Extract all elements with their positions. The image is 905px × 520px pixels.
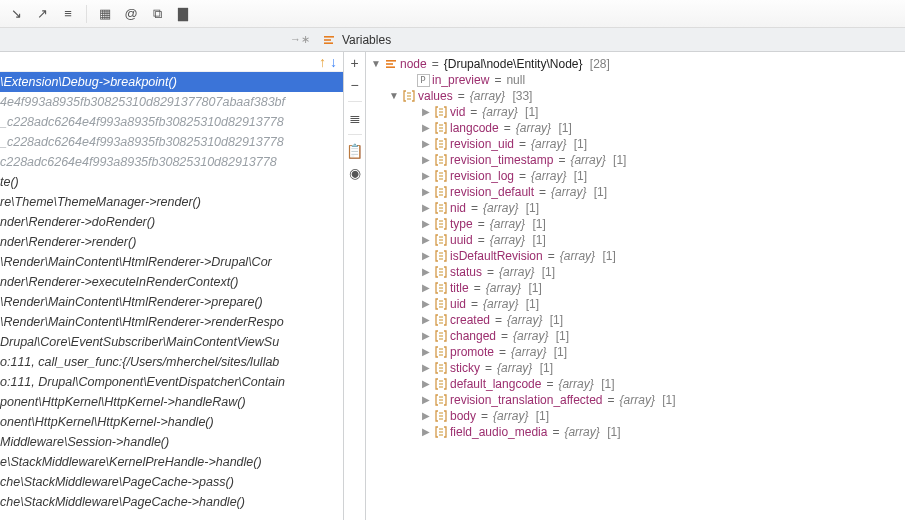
stack-frame[interactable]: nder\Renderer->executeInRenderContext() bbox=[0, 272, 343, 292]
chevron-right-icon[interactable] bbox=[420, 184, 432, 200]
chevron-right-icon[interactable] bbox=[420, 168, 432, 184]
tree-node[interactable]: status={array} [1] bbox=[366, 264, 905, 280]
grid-icon[interactable]: ▦ bbox=[95, 4, 115, 24]
tree-node[interactable]: revision_default={array} [1] bbox=[366, 184, 905, 200]
tree-node[interactable]: changed={array} [1] bbox=[366, 328, 905, 344]
variables-tab-label[interactable]: Variables bbox=[342, 33, 391, 47]
stack-frame[interactable]: \Render\MainContent\HtmlRenderer->Drupal… bbox=[0, 252, 343, 272]
var-name: sticky bbox=[450, 360, 480, 376]
tree-node[interactable]: P in_preview = null bbox=[366, 72, 905, 88]
tree-node[interactable]: title={array} [1] bbox=[366, 280, 905, 296]
array-icon bbox=[434, 361, 448, 375]
chevron-right-icon[interactable] bbox=[420, 216, 432, 232]
chevron-right-icon[interactable] bbox=[420, 264, 432, 280]
array-icon bbox=[434, 281, 448, 295]
tree-node-values[interactable]: values = {array} [33] bbox=[366, 88, 905, 104]
breakpoints-icon[interactable]: ▇ bbox=[173, 4, 193, 24]
tree-node[interactable]: field_audio_media={array} [1] bbox=[366, 424, 905, 440]
stack-frame[interactable]: 4e4f993a8935fb30825310d8291377807abaaf38… bbox=[0, 92, 343, 112]
tree-node[interactable]: body={array} [1] bbox=[366, 408, 905, 424]
array-icon bbox=[434, 393, 448, 407]
variables-tree: node = {Drupal\node\Entity\Node} [28] P … bbox=[366, 56, 905, 440]
equals: = bbox=[495, 312, 502, 328]
chevron-right-icon[interactable] bbox=[420, 408, 432, 424]
array-icon bbox=[434, 345, 448, 359]
tree-node[interactable]: promote={array} [1] bbox=[366, 344, 905, 360]
chevron-right-icon[interactable] bbox=[420, 296, 432, 312]
var-name: revision_translation_affected bbox=[450, 392, 603, 408]
chevron-right-icon[interactable] bbox=[420, 200, 432, 216]
stack-frame[interactable]: che\StackMiddleware\PageCache->handle() bbox=[0, 492, 343, 512]
stack-frame[interactable]: Drupal\Core\EventSubscriber\MainContentV… bbox=[0, 332, 343, 352]
chevron-down-icon[interactable] bbox=[388, 88, 400, 104]
array-icon bbox=[434, 153, 448, 167]
tree-node[interactable]: revision_translation_affected={array} [1… bbox=[366, 392, 905, 408]
stack-frame[interactable]: \Render\MainContent\HtmlRenderer->prepar… bbox=[0, 292, 343, 312]
tree-node[interactable]: default_langcode={array} [1] bbox=[366, 376, 905, 392]
chevron-right-icon[interactable] bbox=[420, 248, 432, 264]
tree-node[interactable]: langcode={array} [1] bbox=[366, 120, 905, 136]
tree-node[interactable]: revision_log={array} [1] bbox=[366, 168, 905, 184]
stack-frame[interactable]: Middleware\Session->handle() bbox=[0, 432, 343, 452]
stack-frame[interactable]: re\Theme\ThemeManager->render() bbox=[0, 192, 343, 212]
var-value: {array} bbox=[620, 392, 655, 408]
step-out-icon[interactable]: ↘ bbox=[6, 4, 26, 24]
tree-node[interactable]: vid={array} [1] bbox=[366, 104, 905, 120]
chevron-right-icon[interactable] bbox=[420, 392, 432, 408]
var-name: default_langcode bbox=[450, 376, 541, 392]
stack-down-icon[interactable]: ↓ bbox=[330, 54, 337, 70]
stack-frame[interactable]: te() bbox=[0, 172, 343, 192]
watch-icon[interactable]: ◉ bbox=[346, 164, 364, 182]
chevron-right-icon[interactable] bbox=[420, 232, 432, 248]
chevron-right-icon[interactable] bbox=[420, 424, 432, 440]
tree-node[interactable]: sticky={array} [1] bbox=[366, 360, 905, 376]
chevron-right-icon[interactable] bbox=[420, 280, 432, 296]
stack-frame[interactable]: che\StackMiddleware\PageCache->pass() bbox=[0, 472, 343, 492]
tree-node[interactable]: uuid={array} [1] bbox=[366, 232, 905, 248]
chevron-right-icon[interactable] bbox=[420, 376, 432, 392]
stack-frame[interactable]: ponent\HttpKernel\HttpKernel->handleRaw(… bbox=[0, 392, 343, 412]
tree-icon[interactable]: ⧉ bbox=[147, 4, 167, 24]
chevron-right-icon[interactable] bbox=[420, 344, 432, 360]
chevron-right-icon[interactable] bbox=[420, 328, 432, 344]
remove-watch-icon[interactable]: − bbox=[346, 76, 364, 94]
tree-node[interactable]: revision_timestamp={array} [1] bbox=[366, 152, 905, 168]
equals: = bbox=[471, 200, 478, 216]
at-icon[interactable]: @ bbox=[121, 4, 141, 24]
pin-icon[interactable]: →∗ bbox=[290, 33, 310, 46]
stack-frame[interactable]: _c228adc6264e4f993a8935fb30825310d829137… bbox=[0, 132, 343, 152]
add-watch-icon[interactable]: + bbox=[346, 54, 364, 72]
chevron-right-icon[interactable] bbox=[420, 360, 432, 376]
chevron-right-icon[interactable] bbox=[420, 120, 432, 136]
tree-node[interactable]: isDefaultRevision={array} [1] bbox=[366, 248, 905, 264]
stack-frame[interactable]: _c228adc6264e4f993a8935fb30825310d829137… bbox=[0, 112, 343, 132]
tree-node[interactable]: created={array} [1] bbox=[366, 312, 905, 328]
stack-up-icon[interactable]: ↑ bbox=[319, 54, 326, 70]
stack-frame[interactable]: c228adc6264e4f993a8935fb30825310d8291377… bbox=[0, 152, 343, 172]
tree-node[interactable]: type={array} [1] bbox=[366, 216, 905, 232]
stack-frame[interactable]: onent\HttpKernel\HttpKernel->handle() bbox=[0, 412, 343, 432]
stack-frame[interactable]: o:111, call_user_func:{/Users/mherchel/s… bbox=[0, 352, 343, 372]
step-into-icon[interactable]: ↗ bbox=[32, 4, 52, 24]
stack-frame[interactable]: nder\Renderer->render() bbox=[0, 232, 343, 252]
array-icon bbox=[434, 233, 448, 247]
chevron-down-icon[interactable] bbox=[370, 56, 382, 72]
tree-node[interactable]: uid={array} [1] bbox=[366, 296, 905, 312]
clipboard-icon[interactable]: 📋 bbox=[346, 142, 364, 160]
stack-frame[interactable]: e\StackMiddleware\KernelPreHandle->handl… bbox=[0, 452, 343, 472]
chevron-right-icon[interactable] bbox=[420, 312, 432, 328]
evaluate-icon[interactable]: ≡ bbox=[58, 4, 78, 24]
stack-frame[interactable]: nder\Renderer->doRender() bbox=[0, 212, 343, 232]
array-icon bbox=[434, 105, 448, 119]
stack-frame[interactable]: o:111, Drupal\Component\EventDispatcher\… bbox=[0, 372, 343, 392]
stack-frame[interactable]: \Extension\Debug->breakpoint() bbox=[0, 72, 343, 92]
chevron-right-icon[interactable] bbox=[420, 152, 432, 168]
chevron-right-icon[interactable] bbox=[420, 104, 432, 120]
filter-icon[interactable]: ≣ bbox=[346, 109, 364, 127]
array-icon bbox=[434, 169, 448, 183]
tree-node-root[interactable]: node = {Drupal\node\Entity\Node} [28] bbox=[366, 56, 905, 72]
chevron-right-icon[interactable] bbox=[420, 136, 432, 152]
tree-node[interactable]: nid={array} [1] bbox=[366, 200, 905, 216]
stack-frame[interactable]: \Render\MainContent\HtmlRenderer->render… bbox=[0, 312, 343, 332]
tree-node[interactable]: revision_uid={array} [1] bbox=[366, 136, 905, 152]
